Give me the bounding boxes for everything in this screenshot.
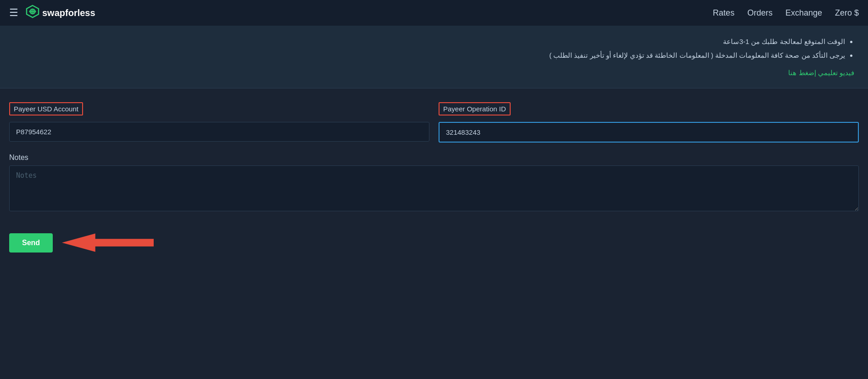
nav-rates[interactable]: Rates [713, 8, 734, 18]
info-item-2: يرجى التأكد من صحة كافة المعلومات المدخل… [14, 49, 845, 62]
nav-orders[interactable]: Orders [747, 8, 773, 18]
arrow-icon [62, 231, 154, 254]
main-content: الوقت المتوقع لمعالجة طلبك من 1-3ساعة ير… [0, 26, 868, 273]
notes-section: Notes [9, 154, 859, 213]
hamburger-icon[interactable]: ☰ [9, 7, 18, 19]
navbar-left: ☰ swapforless [9, 5, 95, 22]
payeer-operation-label: Payeer Operation ID [439, 102, 511, 115]
form-area: Payeer USD Account Payeer Operation ID N… [0, 88, 868, 273]
info-list: الوقت المتوقع لمعالجة طلبك من 1-3ساعة ير… [14, 35, 854, 62]
arrow-annotation [62, 231, 154, 254]
nav-zero[interactable]: Zero $ [835, 8, 859, 18]
payeer-fields-row: Payeer USD Account Payeer Operation ID [9, 102, 859, 143]
info-item-1: الوقت المتوقع لمعالجة طلبك من 1-3ساعة [14, 35, 845, 49]
send-button[interactable]: Send [9, 233, 53, 253]
logo-link[interactable]: swapforless [26, 5, 95, 22]
logo-icon [26, 5, 39, 22]
notes-label: Notes [9, 154, 859, 162]
navbar-right: Rates Orders Exchange Zero $ [713, 8, 859, 18]
notes-textarea[interactable] [9, 165, 859, 211]
payeer-operation-input[interactable] [439, 122, 859, 143]
payeer-account-input[interactable] [9, 122, 429, 142]
info-box: الوقت المتوقع لمعالجة طلبك من 1-3ساعة ير… [0, 26, 868, 88]
svg-marker-1 [62, 234, 154, 252]
payeer-account-label: Payeer USD Account [9, 102, 83, 115]
payeer-account-group: Payeer USD Account [9, 102, 434, 143]
send-row: Send [9, 224, 859, 264]
tutorial-link[interactable]: فيديو تعليمي إضغط هنا [788, 69, 854, 77]
navbar: ☰ swapforless Rates Orders Exchange Zero… [0, 0, 868, 26]
payeer-operation-group: Payeer Operation ID [434, 102, 859, 143]
logo-text: swapforless [42, 8, 95, 18]
nav-exchange[interactable]: Exchange [785, 8, 822, 18]
